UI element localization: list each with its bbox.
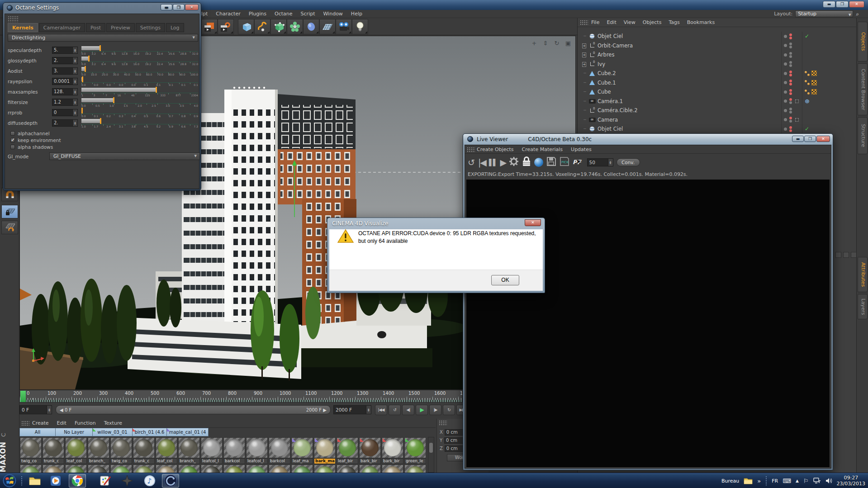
material-thumbnail[interactable] (133, 437, 155, 458)
current-frame-input[interactable]: 0 F▲▼ (19, 405, 52, 414)
tab-kernels[interactable]: Kernels (8, 23, 38, 32)
param-value-input[interactable]: 5. (52, 47, 73, 54)
lv-menu-updates[interactable]: Updates (571, 147, 592, 152)
viewport-pan-icon[interactable]: + (531, 40, 538, 47)
material-item[interactable]: trunk_c (133, 437, 155, 464)
visibility-dots[interactable] (781, 50, 802, 60)
material-item[interactable]: barkcol (268, 437, 291, 464)
param-value-input[interactable]: 0 (52, 109, 73, 116)
material-item[interactable] (359, 464, 381, 473)
layer-dot[interactable] (784, 128, 787, 131)
om-menu-edit[interactable]: Edit (607, 19, 616, 25)
settings-gear-button[interactable] (509, 156, 519, 168)
visibility-dot[interactable] (789, 64, 792, 67)
material-thumbnail[interactable] (291, 437, 313, 458)
visibility-dot[interactable] (789, 43, 792, 45)
hidden-icons-arrow[interactable]: ▲ (796, 479, 799, 483)
material-thumbnail[interactable] (156, 464, 177, 473)
visibility-dot[interactable] (789, 98, 792, 101)
material-thumbnail[interactable] (88, 464, 109, 473)
target-tag[interactable]: ⊕ (805, 99, 810, 104)
frame-stepper[interactable]: ▲▼ (47, 406, 52, 414)
visibility-dot[interactable] (789, 37, 792, 39)
param-slider[interactable]: 0.010.020.030.040.050.060.070.080.090.01… (81, 66, 200, 76)
visibility-dot[interactable] (789, 55, 792, 58)
material-item[interactable] (110, 464, 133, 473)
material-item[interactable]: twig_co (19, 437, 42, 464)
visibility-dot[interactable] (789, 92, 792, 95)
material-thumbnail[interactable] (404, 464, 426, 473)
pause-button[interactable]: ▌▌ (489, 156, 497, 168)
tab-preview[interactable]: Preview (106, 23, 135, 32)
mat-menu-texture[interactable]: Texture (104, 420, 122, 426)
slider-marker[interactable] (85, 66, 86, 72)
material-tag[interactable] (805, 71, 810, 76)
start-button[interactable] (1, 474, 18, 488)
layer-tab-all[interactable]: All (19, 428, 56, 436)
param-slider[interactable]: 0.00.00.00.00.00.10.10.10.10.1 (81, 76, 200, 86)
side-tab-content-browser[interactable]: Content Browser (858, 63, 868, 115)
live-viewer-titlebar[interactable]: Live Viewer C4D/Octane Beta 0.30c ▬ ❐ ✕ (463, 134, 833, 144)
param-value-input[interactable]: 0.0001 (52, 78, 73, 85)
render-settings-button[interactable] (218, 19, 234, 34)
material-thumbnail[interactable] (223, 437, 245, 458)
slider-marker[interactable] (88, 56, 90, 62)
param-value-input[interactable]: 2. (52, 57, 73, 64)
material-item[interactable]: bark_ma (313, 437, 336, 464)
visibility-dots[interactable] (781, 115, 802, 125)
visibility-dot[interactable] (789, 126, 792, 129)
layer-tab-birch-01-4-6-m-[interactable]: birch_01 (4.6 m) (133, 428, 167, 436)
timeline-ruler[interactable]: 0100200300400500600700800900100011001200… (19, 390, 463, 403)
material-item[interactable] (313, 464, 336, 473)
material-item[interactable]: branch_ (178, 437, 200, 464)
viewport-zoom-icon[interactable]: ⇕ (542, 40, 549, 47)
menu-item-window[interactable]: Window (323, 11, 342, 17)
param-slider[interactable]: 0.00.51.01.52.02.53.03.54.0 (81, 97, 200, 107)
mini-button[interactable] (843, 252, 849, 258)
param-slider[interactable]: 0.03.26.49.612.816.019.222.425.628.832.0 (81, 45, 200, 55)
workplane-button[interactable] (1, 221, 18, 234)
menu-item-partial[interactable]: lpt (201, 11, 208, 17)
chrome-taskbar-icon[interactable] (69, 474, 86, 488)
material-thumbnail[interactable] (359, 437, 381, 458)
layer-dot[interactable] (784, 90, 787, 94)
network-icon[interactable] (813, 478, 821, 484)
material-thumbnail[interactable] (88, 437, 109, 458)
editable-cube-button[interactable] (270, 19, 287, 34)
param-slider[interactable]: 13716461253338772304 (81, 86, 200, 97)
material-item[interactable] (42, 464, 65, 473)
visibility-dots[interactable] (781, 106, 802, 115)
render-sphere-button[interactable] (534, 158, 543, 167)
layer-dot[interactable] (784, 44, 787, 47)
material-item[interactable]: bark_bir (381, 437, 404, 464)
om-menu-objects[interactable]: Objects (643, 19, 662, 25)
layout-select[interactable]: Startup (795, 10, 853, 17)
material-thumbnail[interactable] (133, 464, 155, 473)
search-icon[interactable]: ⌕ (856, 11, 859, 17)
material-item[interactable] (133, 464, 155, 473)
slider-marker[interactable] (81, 108, 83, 114)
material-item[interactable] (268, 464, 291, 473)
layer-dot[interactable] (784, 72, 787, 75)
chevron-expand-icon[interactable]: » (757, 478, 761, 484)
param-stepper[interactable]: ▲▼ (73, 119, 78, 127)
side-tab-attributes[interactable]: Attributes (858, 257, 868, 292)
array-tool-button[interactable] (287, 19, 303, 34)
expand-toggle[interactable]: + (582, 62, 586, 67)
metaball-button[interactable] (303, 19, 319, 34)
visibility-dot[interactable] (789, 129, 792, 132)
material-thumbnail[interactable] (246, 437, 268, 458)
cinema4d-taskbar-icon[interactable] (162, 474, 179, 488)
octane-maximize-button[interactable]: ❐ (173, 4, 185, 10)
side-tab-structure[interactable]: Structure (858, 117, 868, 154)
material-item[interactable]: leaf_col (155, 437, 178, 464)
layer-tab-no-layer[interactable]: No Layer (56, 428, 93, 436)
layer-dot[interactable] (784, 62, 787, 66)
material-thumbnail[interactable] (382, 437, 403, 458)
visibility-dots[interactable] (781, 87, 802, 97)
texture-tag[interactable] (811, 71, 817, 76)
om-drag-handle[interactable] (580, 20, 588, 25)
material-item[interactable] (65, 464, 87, 473)
samples-stepper[interactable]: ▲▼ (608, 159, 613, 166)
samples-input[interactable]: 50▲▼ (587, 158, 613, 166)
